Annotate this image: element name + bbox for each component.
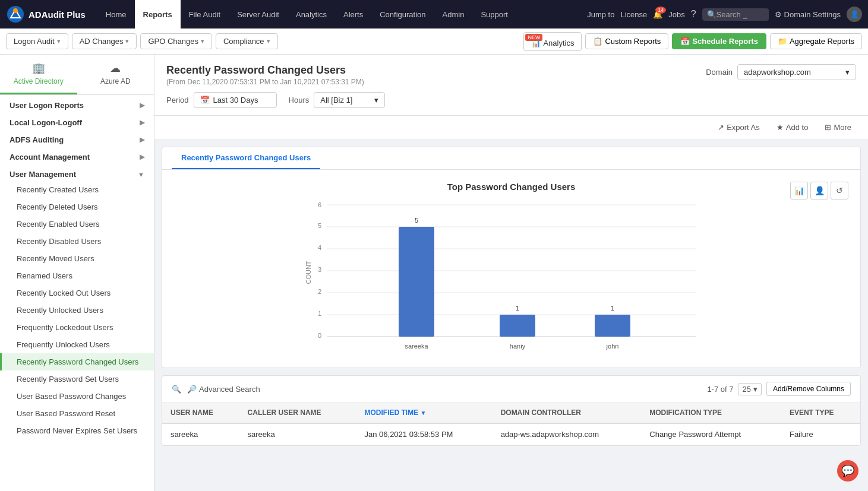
export-as-button[interactable]: ↗ Export As: [713, 121, 765, 134]
y-label-6: 6: [317, 201, 321, 208]
sidebar-section-account-management[interactable]: Account Management ▶: [0, 147, 154, 164]
hours-value: All [Biz 1]: [320, 96, 352, 104]
table-toolbar: 🔍 🔎 Advanced Search 1-7 of 7 25 ▾ Add/Re…: [162, 376, 860, 403]
sidebar-item-user-based-password-reset[interactable]: User Based Password Reset: [0, 405, 154, 422]
nav-analytics[interactable]: Analytics: [288, 0, 335, 28]
chart-refresh-icon[interactable]: ↺: [831, 182, 848, 199]
data-table: USER NAME CALLER USER NAME MODIFIED TIME…: [162, 403, 860, 445]
search-icon: 🔍: [707, 10, 717, 19]
sidebar-item-recently-locked-out-users[interactable]: Recently Locked Out Users: [0, 284, 154, 302]
sidebar-item-user-based-password-changes[interactable]: User Based Password Changes: [0, 388, 154, 405]
sidebar-tab-active-directory[interactable]: 🏢 Active Directory: [0, 55, 77, 94]
page-size-selector[interactable]: 25 ▾: [738, 383, 761, 395]
compliance-button[interactable]: Compliance ▾: [216, 33, 278, 49]
table-row[interactable]: sareeka sareeka Jan 06,2021 03:58:53 PM …: [162, 423, 860, 445]
sidebar-tab-azure-ad[interactable]: ☁ Azure AD: [77, 55, 154, 94]
domain-select[interactable]: adapworkshop.com ▾: [737, 64, 856, 80]
period-label: Period: [166, 96, 189, 104]
bar-haniy: [500, 315, 535, 337]
hours-label: Hours: [289, 96, 310, 104]
chart-tab-recently-password-changed[interactable]: Recently Password Changed Users: [172, 147, 320, 169]
hours-control: Hours All [Biz 1] ▾: [289, 92, 386, 108]
sidebar-section-adfs-auditing[interactable]: ADFS Auditing ▶: [0, 129, 154, 147]
search-input[interactable]: [717, 10, 764, 19]
settings-icon: ⚙: [775, 10, 782, 19]
sidebar-item-renamed-users[interactable]: Renamed Users: [0, 267, 154, 284]
custom-reports-icon: 📋: [593, 37, 602, 46]
advanced-search-button[interactable]: 🔎 Advanced Search: [187, 385, 260, 394]
bar-sareeka: [399, 227, 434, 337]
domain-settings-link[interactable]: ⚙ Domain Settings: [775, 10, 841, 19]
chart-bar-icon[interactable]: 📊: [790, 182, 808, 199]
gpo-changes-button[interactable]: GPO Changes ▾: [140, 33, 212, 49]
jobs-link[interactable]: Jobs: [668, 10, 684, 19]
more-icon: ⊞: [825, 123, 831, 132]
add-remove-columns-button[interactable]: Add/Remove Columns: [766, 382, 851, 396]
jump-to-link[interactable]: Jump to: [587, 10, 614, 19]
sidebar-item-recently-moved-users[interactable]: Recently Moved Users: [0, 250, 154, 267]
nav-home[interactable]: Home: [97, 0, 135, 28]
license-link[interactable]: License: [620, 10, 647, 19]
schedule-reports-button[interactable]: 📅 Schedule Reports: [672, 33, 766, 49]
page-title: Recently Password Changed Users: [166, 64, 364, 77]
chart-user-icon[interactable]: 👤: [810, 182, 828, 199]
app-logo[interactable]: ADAudit Plus: [6, 5, 86, 24]
sidebar-section-local-logon[interactable]: Local Logon-Logoff ▶: [0, 112, 154, 129]
sidebar-item-recently-disabled-users[interactable]: Recently Disabled Users: [0, 233, 154, 250]
notifications-bell[interactable]: 🔔 14: [653, 10, 662, 19]
calendar-icon: 📅: [200, 96, 210, 104]
y-label-2: 2: [317, 288, 321, 295]
user-avatar[interactable]: 👤: [847, 7, 862, 22]
main-nav: Home Reports File Audit Server Audit Ana…: [97, 0, 587, 28]
sort-arrow-icon: ▼: [421, 410, 427, 416]
user-mgmt-chevron-icon: ▼: [138, 171, 144, 178]
chart-action-icons: 📊 👤 ↺: [790, 182, 848, 199]
nav-admin[interactable]: Admin: [434, 0, 473, 28]
nav-support[interactable]: Support: [472, 0, 516, 28]
logon-audit-button[interactable]: Logon Audit ▾: [6, 33, 68, 49]
sidebar-tabs: 🏢 Active Directory ☁ Azure AD: [0, 55, 154, 95]
help-icon[interactable]: ?: [691, 9, 696, 20]
bar-label-john: 1: [610, 305, 614, 312]
period-input[interactable]: 📅 Last 30 Days: [194, 92, 277, 108]
sidebar-section-user-management[interactable]: User Management ▼: [0, 164, 154, 181]
aggregate-reports-button[interactable]: 📁 Aggregate Reports: [770, 33, 862, 49]
y-label-1: 1: [317, 310, 321, 317]
analytics-button[interactable]: NEW 📊 Analytics: [523, 32, 582, 51]
support-chat-button[interactable]: 💬: [837, 460, 858, 482]
search-icon: 🔍: [172, 385, 181, 394]
top-right-actions: Jump to License 🔔 14 Jobs ? 🔍 ⚙ Domain S…: [587, 7, 862, 22]
sidebar-item-password-never-expires-set-users[interactable]: Password Never Expires Set Users: [0, 422, 154, 439]
sidebar-item-recently-created-users[interactable]: Recently Created Users: [0, 181, 154, 198]
nav-configuration[interactable]: Configuration: [371, 0, 434, 28]
schedule-icon: 📅: [680, 37, 690, 46]
adfs-chevron-icon: ▶: [140, 136, 144, 144]
more-button[interactable]: ⊞ More: [820, 121, 856, 134]
sidebar-item-frequently-unlocked-users[interactable]: Frequently Unlocked Users: [0, 336, 154, 353]
nav-reports[interactable]: Reports: [135, 0, 181, 28]
chart-tabs: Recently Password Changed Users: [162, 147, 860, 170]
search-bar[interactable]: 🔍: [702, 8, 769, 21]
nav-file-audit[interactable]: File Audit: [181, 0, 229, 28]
sidebar-item-recently-password-changed-users[interactable]: Recently Password Changed Users: [0, 353, 154, 370]
table-search-icon[interactable]: 🔍: [172, 385, 181, 394]
account-mgmt-chevron-icon: ▶: [140, 153, 144, 161]
custom-reports-button[interactable]: 📋 Custom Reports: [585, 33, 668, 49]
sidebar-section-user-logon-reports[interactable]: User Logon Reports ▶: [0, 95, 154, 112]
add-to-button[interactable]: ★ Add to: [772, 121, 813, 134]
gpo-changes-chevron-icon: ▾: [201, 37, 204, 45]
ad-changes-button[interactable]: AD Changes ▾: [72, 33, 137, 49]
sidebar-item-recently-enabled-users[interactable]: Recently Enabled Users: [0, 216, 154, 233]
sidebar-item-recently-password-set-users[interactable]: Recently Password Set Users: [0, 370, 154, 388]
bar-label-haniy: 1: [515, 305, 519, 312]
col-modified-time[interactable]: MODIFIED TIME ▼: [356, 403, 492, 423]
nav-alerts[interactable]: Alerts: [335, 0, 371, 28]
cell-domain-controller: adap-ws.adapworkshop.com: [493, 423, 642, 445]
table-header-row: USER NAME CALLER USER NAME MODIFIED TIME…: [162, 403, 860, 423]
nav-server-audit[interactable]: Server Audit: [229, 0, 288, 28]
period-control: Period 📅 Last 30 Days: [166, 92, 277, 108]
hours-select[interactable]: All [Biz 1] ▾: [314, 92, 385, 108]
sidebar-item-recently-unlocked-users[interactable]: Recently Unlocked Users: [0, 302, 154, 319]
sidebar-item-recently-deleted-users[interactable]: Recently Deleted Users: [0, 198, 154, 216]
sidebar-item-frequently-lockedout-users[interactable]: Frequently Lockedout Users: [0, 319, 154, 336]
